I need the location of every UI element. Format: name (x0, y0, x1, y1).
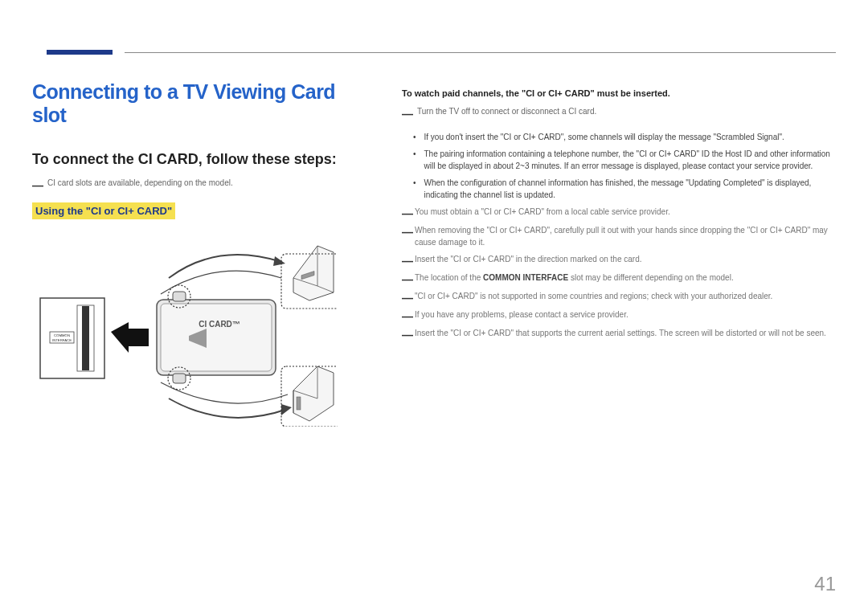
svg-marker-19 (281, 404, 292, 415)
bullet-text: The pairing information containing a tel… (424, 148, 836, 172)
svg-rect-16 (173, 374, 186, 383)
left-column: Connecting to a TV Viewing Card slot To … (32, 80, 370, 427)
bullet-item: • When the configuration of channel info… (402, 177, 836, 201)
sub-note-text: When removing the "CI or CI+ CARD", care… (415, 224, 836, 248)
svg-marker-11 (111, 322, 149, 353)
highlighted-subheading: Using the "CI or CI+ CARD" (32, 202, 175, 219)
sub-note-text: "CI or CI+ CARD" is not supported in som… (415, 290, 772, 302)
sub-note-item: ― "CI or CI+ CARD" is not supported in s… (402, 290, 836, 304)
svg-rect-24 (297, 397, 301, 410)
dash-icon: ― (402, 106, 413, 120)
dash-icon: ― (402, 206, 413, 219)
sub-note-text: You must obtain a "CI or CI+ CARD" from … (415, 206, 670, 218)
right-top-note-row: ― Turn the TV off to connect or disconne… (402, 106, 836, 120)
header-divider-line (125, 52, 836, 53)
card-label: CI CARD™ (199, 320, 240, 329)
dash-icon: ― (402, 224, 413, 238)
dash-icon: ― (402, 309, 413, 322)
bullet-item: • The pairing information containing a t… (402, 148, 836, 172)
svg-marker-20 (293, 366, 334, 421)
page-number: 41 (814, 573, 836, 595)
bullet-icon: • (413, 131, 416, 143)
bullet-text: When the configuration of channel inform… (424, 177, 836, 201)
svg-rect-15 (173, 292, 186, 301)
slot-label-line2: INTERFACE (52, 338, 72, 342)
dash-icon: ― (402, 327, 413, 341)
left-note-row: ― CI card slots are available, depending… (32, 178, 370, 191)
sub-note-item: ― Insert the "CI or CI+ CARD" that suppo… (402, 327, 836, 341)
dash-icon: ― (402, 272, 413, 285)
sub-note-item: ― If you have any problems, please conta… (402, 309, 836, 322)
dash-icon: ― (32, 178, 43, 191)
right-top-note: Turn the TV off to connect or disconnect… (417, 106, 596, 117)
dash-icon: ― (402, 290, 413, 304)
sub-note-item: ― When removing the "CI or CI+ CARD", ca… (402, 224, 836, 248)
header-accent-bar (47, 50, 113, 55)
section-subtitle: To connect the CI CARD, follow these ste… (32, 151, 370, 168)
ci-card-diagram: COMMON INTERFACE (32, 242, 338, 427)
sub-note-text: The location of the COMMON INTERFACE slo… (415, 272, 734, 284)
svg-marker-4 (273, 256, 285, 266)
bullet-list: • If you don't insert the "CI or CI+ CAR… (402, 131, 836, 201)
page-title: Connecting to a TV Viewing Card slot (32, 80, 370, 127)
sub-note-text: Insert the "CI or CI+ CARD" that support… (415, 327, 826, 339)
sub-note-text: Insert the "CI or CI+ CARD" in the direc… (415, 253, 642, 265)
slot-label-line1: COMMON (54, 333, 70, 337)
dash-icon: ― (402, 253, 413, 267)
right-heading: To watch paid channels, the "CI or CI+ C… (402, 88, 836, 98)
page-content: Connecting to a TV Viewing Card slot To … (32, 80, 836, 427)
svg-rect-1 (82, 306, 89, 370)
sub-note-item: ― You must obtain a "CI or CI+ CARD" fro… (402, 206, 836, 219)
bullet-icon: • (413, 177, 416, 189)
svg-rect-13 (161, 304, 272, 371)
bullet-icon: • (413, 148, 416, 160)
right-column: To watch paid channels, the "CI or CI+ C… (402, 80, 836, 427)
sub-dash-list: ― You must obtain a "CI or CI+ CARD" fro… (402, 206, 836, 341)
sub-note-item: ― The location of the COMMON INTERFACE s… (402, 272, 836, 285)
left-note-text: CI card slots are available, depending o… (47, 178, 233, 189)
sub-note-text: If you have any problems, please contact… (415, 309, 628, 321)
bullet-item: • If you don't insert the "CI or CI+ CAR… (402, 131, 836, 143)
bullet-text: If you don't insert the "CI or CI+ CARD"… (424, 131, 784, 143)
sub-note-item: ― Insert the "CI or CI+ CARD" in the dir… (402, 253, 836, 267)
